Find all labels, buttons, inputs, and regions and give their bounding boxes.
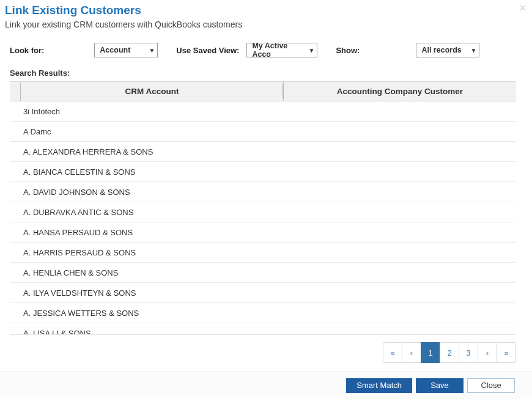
results-table: CRM Account Accounting Company Customer … bbox=[10, 81, 516, 335]
table-row[interactable]: A. BIANCA CELESTIN & SONS bbox=[10, 162, 516, 182]
chevron-down-icon: ▼ bbox=[471, 47, 477, 54]
look-for-value: Account bbox=[100, 46, 130, 54]
saved-view-value: My Active Acco bbox=[252, 42, 302, 59]
table-row[interactable]: A Damc bbox=[10, 122, 516, 142]
cell-crm-account: A. JESSICA WETTERS & SONS bbox=[10, 309, 284, 318]
save-button[interactable]: Save bbox=[416, 378, 464, 393]
look-for-select[interactable]: Account ▼ bbox=[94, 43, 158, 57]
table-row[interactable]: A. HARRIS PERSAUD & SONS bbox=[10, 243, 516, 263]
saved-view-group: Use Saved View: My Active Acco ▼ bbox=[176, 43, 317, 57]
table-row[interactable]: A. ILYA VELDSHTEYN & SONS bbox=[10, 283, 516, 303]
table-row[interactable]: A. DAVID JOHNSON & SONS bbox=[10, 182, 516, 202]
cell-crm-account: A. BIANCA CELESTIN & SONS bbox=[10, 167, 284, 177]
close-button[interactable]: Close bbox=[467, 378, 515, 393]
table-row[interactable]: A. ALEXANDRA HERRERA & SONS bbox=[10, 142, 516, 162]
table-row[interactable]: A. DUBRAVKA ANTIC & SONS bbox=[10, 202, 516, 222]
chevron-down-icon: ▼ bbox=[309, 47, 315, 54]
saved-view-select[interactable]: My Active Acco ▼ bbox=[246, 43, 317, 57]
show-group: Show: All records ▼ bbox=[336, 43, 479, 57]
table-row[interactable]: A. HANSA PERSAUD & SONS bbox=[10, 222, 516, 243]
pager-page-1[interactable]: 1 bbox=[421, 342, 440, 363]
pager-prev[interactable]: ‹ bbox=[402, 342, 421, 363]
cell-crm-account: A. HARRIS PERSAUD & SONS bbox=[10, 248, 284, 257]
page-subtitle: Link your existing CRM customers with Qu… bbox=[5, 20, 521, 39]
saved-view-label: Use Saved View: bbox=[176, 46, 239, 55]
column-header-crm-label: CRM Account bbox=[125, 87, 179, 96]
column-header-accounting[interactable]: Accounting Company Customer bbox=[284, 82, 516, 101]
cell-crm-account: 3i Infotech bbox=[10, 107, 284, 116]
table-row[interactable]: 3i Infotech bbox=[10, 101, 516, 122]
table-row[interactable]: A. HENLIA CHEN & SONS bbox=[10, 263, 516, 283]
table-header: CRM Account Accounting Company Customer bbox=[10, 82, 516, 101]
table-row[interactable]: A. LISA LI & SONS bbox=[10, 323, 516, 335]
look-for-group: Look for: Account ▼ bbox=[10, 43, 158, 57]
pager-first[interactable]: « bbox=[383, 342, 402, 363]
page-title: Link Existing Customers bbox=[5, 0, 521, 20]
column-header-crm[interactable]: CRM Account bbox=[21, 82, 284, 101]
chevron-down-icon: ▼ bbox=[149, 47, 155, 54]
cell-crm-account: A. ALEXANDRA HERRERA & SONS bbox=[10, 147, 284, 156]
cell-crm-account: A Damc bbox=[10, 127, 284, 136]
smart-match-button[interactable]: Smart Match bbox=[346, 378, 412, 393]
table-row[interactable]: A. JESSICA WETTERS & SONS bbox=[10, 303, 516, 323]
cell-crm-account: A. LISA LI & SONS bbox=[10, 329, 284, 335]
cell-crm-account: A. DAVID JOHNSON & SONS bbox=[10, 188, 284, 197]
pagination: «‹123›» bbox=[5, 335, 521, 363]
cell-crm-account: A. HANSA PERSAUD & SONS bbox=[10, 228, 284, 237]
row-handle-header bbox=[10, 82, 21, 101]
pager-page-2[interactable]: 2 bbox=[440, 342, 459, 363]
column-header-accounting-label: Accounting Company Customer bbox=[337, 87, 463, 96]
modal-footer: Smart Match Save Close bbox=[0, 371, 532, 399]
look-for-label: Look for: bbox=[10, 46, 44, 55]
pager-last[interactable]: » bbox=[497, 342, 516, 363]
link-customers-modal: × Link Existing Customers Link your exis… bbox=[0, 0, 532, 399]
filter-row: Look for: Account ▼ Use Saved View: My A… bbox=[5, 39, 521, 68]
show-label: Show: bbox=[336, 46, 360, 55]
show-select[interactable]: All records ▼ bbox=[416, 43, 479, 57]
cell-crm-account: A. DUBRAVKA ANTIC & SONS bbox=[10, 208, 284, 217]
table-body[interactable]: 3i InfotechA DamcA. ALEXANDRA HERRERA & … bbox=[10, 101, 516, 335]
cell-crm-account: A. HENLIA CHEN & SONS bbox=[10, 268, 284, 277]
show-value: All records bbox=[421, 46, 461, 54]
pager-page-3[interactable]: 3 bbox=[459, 342, 478, 363]
cell-crm-account: A. ILYA VELDSHTEYN & SONS bbox=[10, 288, 284, 298]
search-results-label: Search Results: bbox=[5, 68, 521, 81]
pager-next[interactable]: › bbox=[478, 342, 497, 363]
close-icon[interactable]: × bbox=[519, 2, 526, 13]
